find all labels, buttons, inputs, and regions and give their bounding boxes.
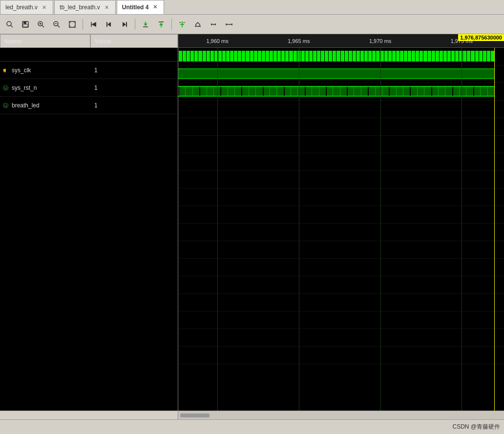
svg-point-0	[7, 21, 11, 26]
tab-label: tb_led_breath.v	[60, 4, 100, 11]
fit-button[interactable]	[65, 18, 79, 31]
prev-edge-button[interactable]	[86, 18, 100, 31]
tab-close-led-breath[interactable]: ✕	[41, 4, 48, 11]
signal-name-sys-clk: U ⊓ sys_clk	[0, 67, 90, 74]
svg-text:ⓤ: ⓤ	[3, 103, 8, 108]
time-label: 1,960 ms	[206, 38, 228, 44]
wave-panel[interactable]: 1,976,875630000 1,960 ms1,965 ms1,970 ms…	[178, 34, 504, 411]
signal-panel: Name Value U ⊓	[0, 34, 178, 411]
snap-button[interactable]	[175, 18, 189, 31]
separator2	[135, 19, 135, 30]
grid-line	[299, 48, 299, 411]
tab-label: led_breath.v	[5, 4, 38, 11]
signal-name-breath-led: ⓤ breath_led	[0, 102, 90, 109]
wave-row-empty	[178, 136, 504, 153]
svg-line-10	[58, 25, 60, 27]
tab-untitled4[interactable]: Untitled 4 ✕	[117, 0, 165, 14]
wave-row-empty	[178, 153, 504, 171]
signal-name-text: sys_rst_n	[12, 84, 37, 91]
save-button[interactable]	[19, 18, 32, 31]
tab-close-tb-led-breath[interactable]: ✕	[103, 4, 110, 11]
wave-signals-area[interactable]	[178, 48, 504, 411]
signal-name-text: breath_led	[12, 102, 40, 109]
grid-line	[217, 48, 218, 411]
signal-name-header: Name	[0, 34, 90, 48]
wave-row-empty	[178, 347, 504, 364]
wave-row-sys-rst-n	[178, 65, 504, 83]
time-label: 1,965 ms	[288, 38, 310, 44]
wave-row-empty	[178, 241, 504, 259]
wave-row-sys-clk	[178, 48, 504, 65]
time-axis: 1,960 ms1,965 ms1,970 ms1,975 ms	[178, 34, 504, 48]
wave-row-empty	[178, 101, 504, 118]
tab-close-untitled4[interactable]: ✕	[151, 3, 159, 11]
zoom-out-button[interactable]	[50, 18, 63, 31]
signal-name-text: sys_clk	[12, 67, 31, 74]
tab-bar: led_breath.v ✕ tb_led_breath.v ✕ Untitle…	[0, 0, 504, 15]
wave-row-empty	[178, 206, 504, 224]
cursor-line	[494, 48, 495, 411]
tab-label-active: Untitled 4	[122, 4, 149, 11]
signal-row-sys-clk[interactable]: U ⊓ sys_clk 1	[0, 62, 178, 79]
signal-value-breath-led: 1	[90, 102, 178, 109]
sig-icon-rst: ⓤ	[3, 84, 10, 91]
main-area: Name Value U ⊓	[0, 34, 504, 434]
svg-line-1	[11, 25, 13, 27]
scroll-left[interactable]	[0, 411, 178, 419]
grid-line	[462, 48, 462, 411]
wave-row-empty	[178, 329, 504, 347]
scroll-bar[interactable]	[0, 411, 504, 419]
svg-marker-18	[91, 22, 96, 27]
signal-row-sys-rst-n[interactable]: ⓤ sys_rst_n 1	[0, 79, 178, 97]
wave-row-empty	[178, 188, 504, 206]
delete-button[interactable]	[154, 18, 168, 31]
toolbar	[0, 15, 504, 34]
wave-row-empty	[178, 171, 504, 188]
svg-text:ⓤ: ⓤ	[3, 85, 8, 91]
svg-rect-3	[23, 21, 26, 24]
signal-value-header: Value	[90, 34, 178, 48]
wave-row-empty	[178, 276, 504, 294]
status-bar: CSDN @青藤硬件	[0, 419, 504, 434]
next-edge-button[interactable]	[118, 18, 131, 31]
tab-led-breath[interactable]: led_breath.v ✕	[0, 0, 53, 14]
sig-icon-led: ⓤ	[3, 102, 10, 109]
wave-row-empty	[178, 311, 504, 329]
separator1	[83, 19, 83, 30]
first-button[interactable]	[102, 18, 116, 31]
clk-icon: U ⊓	[3, 67, 10, 74]
search-button[interactable]	[3, 18, 17, 31]
wave-row-empty	[178, 294, 504, 311]
wave-row-empty	[178, 118, 504, 136]
scroll-right[interactable]	[178, 411, 504, 419]
signal-name-sys-rst-n: ⓤ sys_rst_n	[0, 84, 90, 91]
svg-marker-22	[123, 22, 126, 27]
signal-value-sys-rst-n: 1	[90, 84, 178, 91]
cursor-position-label: 1,976,875630000	[458, 34, 504, 41]
wave-row-empty	[178, 259, 504, 276]
separator3	[171, 19, 172, 30]
status-text: CSDN @青藤硬件	[452, 423, 500, 431]
waveform-container: Name Value U ⊓	[0, 34, 504, 411]
grid-line	[380, 48, 381, 411]
measure-button[interactable]	[222, 18, 236, 31]
ref-button[interactable]	[191, 18, 205, 31]
signal-value-sys-clk: 1	[90, 67, 178, 74]
signal-row-breath-led[interactable]: ⓤ breath_led 1	[0, 97, 178, 114]
zoom-in-button[interactable]	[34, 18, 48, 31]
marker-button[interactable]	[207, 18, 220, 31]
tab-tb-led-breath[interactable]: tb_led_breath.v ✕	[54, 0, 116, 14]
time-label: 1,970 ms	[369, 38, 391, 44]
wave-row-breath-led	[178, 83, 504, 101]
wave-row-empty	[178, 224, 504, 241]
signal-list: U ⊓ sys_clk 1 ⓤ	[0, 62, 178, 411]
svg-line-6	[42, 25, 44, 27]
svg-rect-4	[23, 24, 28, 27]
insert-button[interactable]	[139, 18, 152, 31]
svg-text:⊓: ⊓	[3, 69, 6, 72]
scroll-thumb[interactable]	[180, 413, 210, 417]
svg-marker-20	[107, 22, 111, 27]
